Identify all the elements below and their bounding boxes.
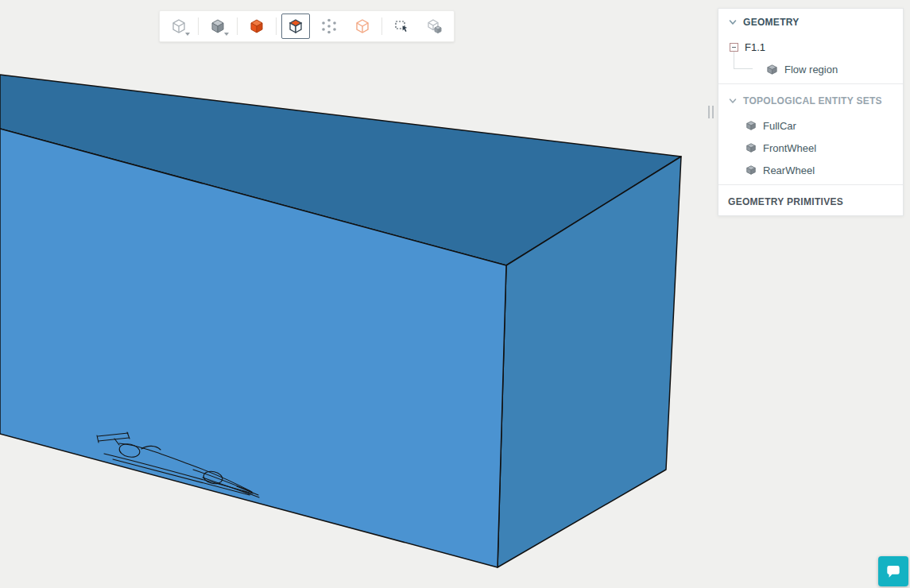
panel-divider xyxy=(718,83,903,84)
select-edge-button[interactable] xyxy=(348,14,377,39)
toolbar-separator xyxy=(237,17,238,35)
cube-icon xyxy=(766,64,778,75)
dropdown-caret-icon xyxy=(185,33,190,36)
entity-set-item-fullcar[interactable]: FullCar xyxy=(718,114,903,137)
cube-solid-gray-icon xyxy=(210,18,226,34)
box-select-icon xyxy=(393,18,409,34)
chevron-down-icon xyxy=(728,17,738,27)
cube-icon xyxy=(745,164,757,176)
geometry-section-header[interactable]: GEOMETRY xyxy=(718,9,903,36)
toolbar-separator xyxy=(381,17,382,35)
topological-section-title: TOPOLOGICAL ENTITY SETS xyxy=(743,95,882,106)
panel-resize-handle[interactable] xyxy=(708,106,714,118)
tree-connector xyxy=(734,52,753,69)
cube-outline-icon xyxy=(171,18,187,34)
shaded-mode-button[interactable] xyxy=(203,14,232,39)
cube-icon xyxy=(745,120,757,131)
select-volume-button[interactable] xyxy=(242,14,271,39)
toolbar-separator xyxy=(198,17,199,35)
select-vertex-button[interactable] xyxy=(315,14,343,39)
entity-set-label: FullCar xyxy=(763,120,796,132)
entity-set-item-rearwheel[interactable]: RearWheel xyxy=(718,159,903,181)
toolbar-separator xyxy=(276,17,277,35)
collapse-box-icon[interactable] xyxy=(730,43,738,52)
dropdown-caret-icon xyxy=(224,33,229,36)
render-mode-button[interactable] xyxy=(165,14,193,39)
chevron-down-icon xyxy=(728,96,738,106)
viewer-toolbar xyxy=(159,10,455,42)
panel-divider xyxy=(718,184,903,185)
cube-solid-orange-icon xyxy=(249,18,265,34)
cube-group-icon xyxy=(427,18,443,34)
entity-set-item-frontwheel[interactable]: FrontWheel xyxy=(718,137,903,159)
scene-tree-panel: GEOMETRY F1.1 Flow region TOPOLOGICAL EN… xyxy=(718,8,904,216)
cube-face-highlight-icon xyxy=(288,18,304,34)
chat-bubble-icon xyxy=(885,563,901,579)
tree-item-flow-region[interactable]: Flow region xyxy=(718,58,903,80)
entity-set-label: FrontWheel xyxy=(763,142,816,154)
cube-outline-orange-icon xyxy=(354,18,370,34)
cube-icon xyxy=(745,142,757,153)
cube-vertices-icon xyxy=(321,18,337,34)
isolate-selection-button[interactable] xyxy=(420,14,449,39)
tree-item-label: Flow region xyxy=(784,64,838,75)
geometry-section-title: GEOMETRY xyxy=(743,17,800,28)
topological-section-header[interactable]: TOPOLOGICAL ENTITY SETS xyxy=(718,87,903,114)
chat-button[interactable] xyxy=(878,556,908,586)
box-select-button[interactable] xyxy=(387,14,416,39)
primitives-section-title: GEOMETRY PRIMITIVES xyxy=(728,196,843,207)
entity-set-label: RearWheel xyxy=(763,164,815,176)
select-face-button[interactable] xyxy=(281,14,310,39)
primitives-section-header[interactable]: GEOMETRY PRIMITIVES xyxy=(718,188,903,215)
